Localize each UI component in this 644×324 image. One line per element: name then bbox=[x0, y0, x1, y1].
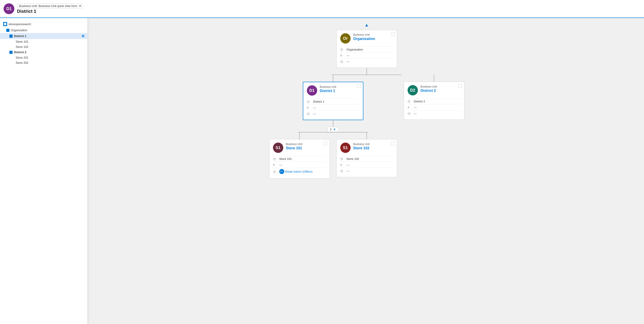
card-row3-d2: ◷ --- bbox=[408, 110, 460, 116]
card-row3-org: ◷ --- bbox=[340, 58, 393, 65]
card-row2-s102: ≡ --- bbox=[340, 162, 393, 168]
card-top-org: Or Business Unit Organization bbox=[340, 33, 393, 44]
card-type-s102: Business Unit bbox=[353, 143, 370, 146]
card-name-org[interactable]: Organization bbox=[353, 37, 375, 41]
row1-val-s101: Store 101 bbox=[279, 157, 292, 161]
card-name-s102[interactable]: Store 102 bbox=[353, 146, 370, 150]
sidebar: storeopsresearch Organization District 1… bbox=[0, 18, 88, 324]
top-bar: D1 Business Unit: Business Unit quick vi… bbox=[0, 0, 644, 18]
d2-label: District 2 bbox=[14, 51, 26, 54]
row2-val-s101: --- bbox=[279, 163, 282, 167]
sidebar-item-store201[interactable]: Store 201 bbox=[0, 55, 87, 60]
external-link-icon[interactable]: ⧉ bbox=[82, 34, 84, 38]
d1-label: District 1 bbox=[14, 34, 26, 38]
card-corner-s102[interactable] bbox=[391, 142, 394, 145]
svg-rect-0 bbox=[4, 23, 6, 25]
card-corner-org[interactable] bbox=[391, 32, 394, 36]
row3-icon-s102: ◷ bbox=[340, 169, 344, 173]
card-meta-s101: Business Unit Store 101 bbox=[286, 143, 302, 150]
row2-icon-org: ≡ bbox=[340, 54, 344, 57]
sidebar-item-store101[interactable]: Store 101 bbox=[0, 39, 87, 44]
row3-icon-d2: ◷ bbox=[408, 112, 412, 115]
row2-icon-s102: ≡ bbox=[340, 163, 344, 167]
store201-label: Store 201 bbox=[16, 56, 28, 59]
card-name-s101[interactable]: Store 101 bbox=[286, 146, 302, 150]
org-level2: S1 Business Unit Store 101 ◷ Stor bbox=[269, 132, 397, 178]
conn-v-d1-top bbox=[333, 75, 333, 82]
card-type-s101: Business Unit bbox=[286, 143, 302, 146]
h-connector-l1 bbox=[332, 75, 402, 75]
card-meta-d2: Business Unit District 2 bbox=[420, 85, 437, 93]
store101-label: Store 101 bbox=[16, 40, 28, 43]
card-row2-s101: ≡ --- bbox=[273, 162, 326, 168]
conn-v-s102 bbox=[366, 132, 367, 139]
row1-icon-d1: ◷ bbox=[307, 100, 311, 103]
sidebar-item-store102[interactable]: Store 102 bbox=[0, 44, 87, 49]
row1-val-d1: District 1 bbox=[313, 100, 324, 103]
card-corner-s101[interactable] bbox=[324, 142, 327, 145]
card-row3-s102: ◷ --- bbox=[340, 168, 393, 174]
main-layout: storeopsresearch Organization District 1… bbox=[0, 18, 644, 324]
row2-icon-s101: ≡ bbox=[273, 163, 277, 167]
expand-badge[interactable]: 2 ▼ bbox=[328, 127, 338, 132]
org-level1: D1 Business Unit District 1 ◷ District 1 bbox=[269, 75, 464, 178]
card-top-d1: D1 Business Unit District 1 bbox=[307, 85, 359, 96]
expand-badge-area: 2 ▼ bbox=[328, 127, 338, 132]
avatar-d2: D2 bbox=[408, 85, 418, 95]
card-row2-d2: ≡ --- bbox=[408, 104, 460, 110]
bu-card-store102: S1 Business Unit Store 102 ◷ Stor bbox=[336, 139, 397, 177]
card-row1-d1: ◷ District 1 bbox=[307, 98, 359, 104]
header-info: Business Unit: Business Unit quick view … bbox=[17, 4, 82, 14]
row2-icon-d1: ≡ bbox=[307, 106, 311, 109]
card-row1-s101: ◷ Store 101 bbox=[273, 156, 326, 162]
row1-icon-s102: ◷ bbox=[340, 157, 344, 161]
card-row3-d1: ◷ --- bbox=[307, 111, 359, 117]
store102-label: Store 102 bbox=[16, 45, 28, 49]
sidebar-item-store202[interactable]: Store 202 bbox=[0, 60, 87, 65]
card-name-d1[interactable]: District 1 bbox=[320, 89, 336, 93]
row2-val-d2: --- bbox=[414, 106, 417, 109]
card-corner-d1[interactable] bbox=[357, 84, 361, 88]
card-meta-d1: Business Unit District 1 bbox=[320, 85, 336, 93]
row2-val-s102: --- bbox=[346, 163, 350, 167]
sidebar-item-organization[interactable]: Organization bbox=[0, 27, 87, 33]
tree-root[interactable]: storeopsresearch bbox=[0, 21, 87, 27]
org-chart-area: ▲ Or Business Unit Organization bbox=[89, 18, 644, 324]
sidebar-item-district2[interactable]: District 2 bbox=[0, 49, 87, 55]
card-row3-s101: ◷ RA Retail Admin (Offline) bbox=[273, 168, 326, 175]
expand-chevron: ▼ bbox=[333, 128, 336, 131]
card-type-d2: Business Unit bbox=[420, 85, 437, 88]
ra-badge-s101: RA Retail Admin (Offline) bbox=[279, 169, 313, 174]
card-name-d2[interactable]: District 2 bbox=[420, 89, 437, 93]
d1-square-icon bbox=[10, 35, 12, 38]
org-level0-col: Or Business Unit Organization ◷ Organiza… bbox=[336, 30, 397, 68]
avatar-d1: D1 bbox=[307, 85, 317, 96]
quickview-selector[interactable]: Business Unit: Business Unit quick view … bbox=[17, 4, 82, 8]
row1-icon-d2: ◷ bbox=[408, 100, 412, 103]
card-type-org: Business Unit bbox=[353, 33, 375, 36]
bu-card-organization: Or Business Unit Organization ◷ Organiza… bbox=[336, 30, 397, 68]
card-top-s101: S1 Business Unit Store 101 bbox=[273, 143, 326, 153]
sidebar-divider bbox=[88, 18, 89, 324]
card-meta-org: Business Unit Organization bbox=[353, 33, 375, 41]
sidebar-item-district1[interactable]: District 1 ⧉ bbox=[0, 33, 87, 39]
card-row2-d1: ≡ --- bbox=[307, 104, 359, 111]
org-level2-s102: S1 Business Unit Store 102 ◷ Stor bbox=[336, 132, 397, 177]
row1-val-org: Organization bbox=[346, 48, 363, 51]
org-level2-s101: S1 Business Unit Store 101 ◷ Stor bbox=[269, 132, 330, 178]
avatar-s102: S1 bbox=[340, 143, 350, 153]
quickview-dropdown[interactable]: Business Unit: Business Unit quick view … bbox=[17, 4, 82, 8]
d2-square-icon bbox=[10, 51, 12, 54]
conn-v-s101 bbox=[299, 132, 300, 139]
avatar-org: Or bbox=[340, 33, 350, 44]
row3-val-d2: --- bbox=[414, 112, 417, 115]
root-icon bbox=[3, 22, 7, 26]
row3-icon-s101: ◷ bbox=[273, 170, 277, 173]
card-corner-d2[interactable] bbox=[458, 84, 462, 88]
card-meta-s102: Business Unit Store 102 bbox=[353, 143, 370, 150]
collapse-up-icon[interactable]: ▲ bbox=[364, 23, 369, 28]
conn-v-d1-bottom bbox=[333, 120, 333, 127]
card-top-s102: S1 Business Unit Store 102 bbox=[340, 143, 393, 153]
expand-count: 2 bbox=[330, 128, 332, 131]
ra-name-s101[interactable]: Retail Admin (Offline) bbox=[285, 170, 313, 173]
